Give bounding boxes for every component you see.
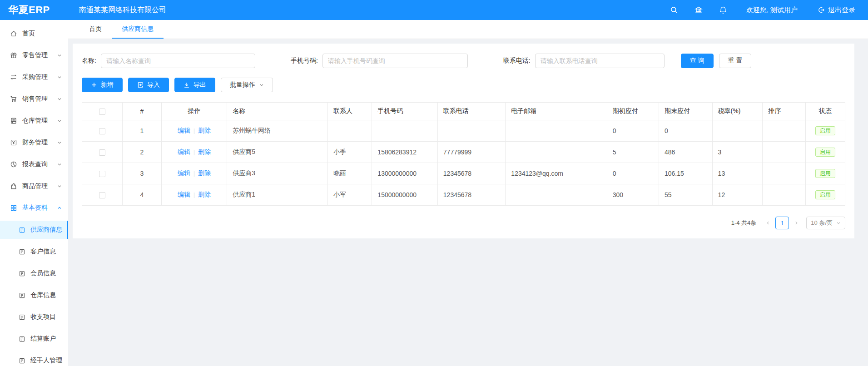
cell-email: 1234123@qq.com xyxy=(506,163,607,184)
sidebar-item-warehouse[interactable]: 仓库管理 xyxy=(0,112,68,130)
delete-link[interactable]: 删除 xyxy=(198,169,211,177)
page-size-select[interactable]: 10 条/页 xyxy=(806,217,845,229)
cell-sort xyxy=(763,184,805,206)
import-button[interactable]: 导入 xyxy=(128,78,169,92)
cell-name: 供应商5 xyxy=(227,142,328,163)
tel-label: 联系电话: xyxy=(503,57,531,65)
row-checkbox[interactable] xyxy=(99,192,105,198)
status-badge: 启用 xyxy=(815,190,835,199)
sidebar-item-reports[interactable]: 报表查询 xyxy=(0,155,68,173)
col-index: # xyxy=(123,103,162,120)
search-icon[interactable] xyxy=(670,6,678,14)
row-checkbox[interactable] xyxy=(99,149,105,156)
select-all-checkbox[interactable] xyxy=(99,109,105,115)
edit-link[interactable]: 编辑 xyxy=(178,148,190,155)
chevron-down-icon xyxy=(57,97,62,101)
name-search-input[interactable] xyxy=(101,54,255,68)
bank-icon[interactable] xyxy=(694,6,703,14)
delete-link[interactable]: 删除 xyxy=(198,148,211,155)
welcome-user[interactable]: 欢迎您, 测试用户 xyxy=(746,6,798,15)
table-row: 3 编辑|删除 供应商3 晓丽 13000000000 12345678 123… xyxy=(82,163,845,184)
prev-page-button[interactable] xyxy=(763,217,774,229)
cell-tel xyxy=(437,120,506,142)
sidebar-subitem-income-expense[interactable]: 收支项目 xyxy=(0,308,68,326)
query-button[interactable]: 查 询 xyxy=(681,54,714,68)
home-icon xyxy=(10,30,17,37)
cell-phone: 13000000000 xyxy=(372,163,437,184)
name-label: 名称: xyxy=(82,57,96,65)
sidebar-item-sales[interactable]: 销售管理 xyxy=(0,90,68,108)
purchase-icon xyxy=(10,74,17,81)
supplier-table: # 操作 名称 联系人 手机号码 联系电话 电子邮箱 期初应付 期末应付 税率(… xyxy=(82,102,845,206)
sidebar-item-purchase[interactable]: 采购管理 xyxy=(0,68,68,86)
add-button[interactable]: 新增 xyxy=(82,78,123,92)
edit-link[interactable]: 编辑 xyxy=(178,191,190,198)
top-navbar: 华夏ERP 南通某某网络科技有限公司 欢迎您, 测试用户 退出登录 xyxy=(0,0,868,20)
reset-button[interactable]: 重 置 xyxy=(719,54,752,68)
table-row: 4 编辑|删除 供应商1 小军 15000000000 12345678 300… xyxy=(82,184,845,206)
action-divider: | xyxy=(193,149,195,155)
sidebar-item-label: 销售管理 xyxy=(22,95,48,103)
edit-link[interactable]: 编辑 xyxy=(178,169,190,177)
cell-contact: 晓丽 xyxy=(327,163,372,184)
cell-status: 启用 xyxy=(805,120,845,142)
goods-bag-icon xyxy=(10,183,17,190)
tab-supplier-info[interactable]: 供应商信息 xyxy=(112,20,164,39)
sidebar-item-basic-data[interactable]: 基本资料 xyxy=(0,199,68,217)
cell-contact: 小季 xyxy=(327,142,372,163)
sidebar-item-retail[interactable]: 零售管理 xyxy=(0,46,68,64)
row-checkbox-cell xyxy=(82,120,123,142)
sidebar-item-label: 首页 xyxy=(22,30,35,38)
logout-button[interactable]: 退出登录 xyxy=(818,6,855,15)
select-all-cell xyxy=(82,103,123,120)
sidebar-subitem-member-info[interactable]: 会员信息 xyxy=(0,264,68,282)
sidebar-item-label: 零售管理 xyxy=(22,51,48,59)
import-icon xyxy=(137,82,144,88)
delete-link[interactable]: 删除 xyxy=(198,191,211,198)
cell-end-payable: 106.15 xyxy=(659,163,713,184)
cell-phone: 15806283912 xyxy=(372,142,437,163)
doc-icon xyxy=(19,357,25,364)
cell-name: 供应商3 xyxy=(227,163,328,184)
sidebar-subitem-handler-management[interactable]: 经手人管理 xyxy=(0,351,68,366)
row-checkbox-cell xyxy=(82,142,123,163)
bell-icon[interactable] xyxy=(719,6,727,14)
next-page-button[interactable] xyxy=(791,217,802,229)
col-email: 电子邮箱 xyxy=(506,103,607,120)
sidebar-subitem-settlement-account[interactable]: 结算账户 xyxy=(0,330,68,348)
sidebar-item-home[interactable]: 首页 xyxy=(0,25,68,43)
col-phone: 手机号码 xyxy=(372,103,437,120)
sidebar-item-finance[interactable]: 财务管理 xyxy=(0,134,68,152)
phone-search-input[interactable] xyxy=(322,54,468,68)
edit-link[interactable]: 编辑 xyxy=(178,127,190,134)
page-number[interactable]: 1 xyxy=(775,217,789,229)
row-index: 3 xyxy=(123,163,162,184)
sidebar-subitem-label: 会员信息 xyxy=(30,269,56,277)
cell-tax-rate: 3 xyxy=(712,142,763,163)
batch-actions-label: 批量操作 xyxy=(230,81,255,89)
cell-email xyxy=(506,184,607,206)
col-status: 状态 xyxy=(805,103,845,120)
col-contact: 联系人 xyxy=(327,103,372,120)
row-checkbox-cell xyxy=(82,184,123,206)
action-divider: | xyxy=(193,128,195,134)
row-checkbox[interactable] xyxy=(99,171,105,177)
export-button[interactable]: 导出 xyxy=(174,78,215,92)
batch-actions-button[interactable]: 批量操作 xyxy=(221,78,273,92)
sidebar-subitem-label: 供应商信息 xyxy=(30,226,62,234)
navbar-right: 欢迎您, 测试用户 退出登录 xyxy=(654,6,868,15)
cell-end-payable: 55 xyxy=(659,184,713,206)
tel-search-input[interactable] xyxy=(535,54,665,68)
tab-home[interactable]: 首页 xyxy=(79,20,112,39)
delete-link[interactable]: 删除 xyxy=(198,127,211,134)
doc-icon xyxy=(19,336,25,342)
sidebar-subitem-warehouse-info[interactable]: 仓库信息 xyxy=(0,286,68,304)
cell-tax-rate xyxy=(712,120,763,142)
sidebar-subitem-customer-info[interactable]: 客户信息 xyxy=(0,242,68,261)
sidebar-item-goods[interactable]: 商品管理 xyxy=(0,177,68,195)
sidebar-subitem-supplier-info[interactable]: 供应商信息 xyxy=(0,221,68,239)
retail-icon xyxy=(10,52,17,59)
row-checkbox[interactable] xyxy=(99,128,105,134)
chevron-down-icon xyxy=(57,53,62,58)
cell-tel: 12345678 xyxy=(437,163,506,184)
